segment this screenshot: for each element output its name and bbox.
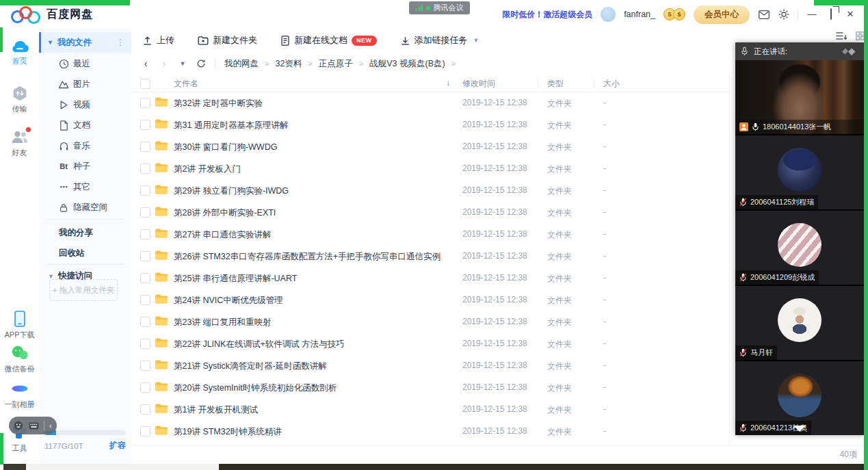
rail-item-首页[interactable]: 首页 <box>0 37 39 66</box>
expand-storage-link[interactable]: 扩容 <box>109 440 126 452</box>
vip-center-button[interactable]: 会员中心 <box>694 5 750 24</box>
scroll-more-indicator[interactable] <box>793 426 806 432</box>
table-row[interactable]: 第23讲 端口复用和重映射2019-12-15 12:38文件夹- <box>131 311 729 332</box>
table-row[interactable]: 第25讲 串行通信原理讲解-UART2019-12-15 12:38文件夹- <box>131 267 729 289</box>
row-checkbox[interactable] <box>140 251 150 261</box>
restore-button[interactable] <box>826 9 837 20</box>
file-name[interactable]: 第19讲 STM32时钟系统精讲 <box>174 426 282 438</box>
participant-tile[interactable]: 18060144013张一帆 <box>735 60 864 134</box>
file-name[interactable]: 第31 通用定时器基本原理讲解 <box>174 120 288 131</box>
drop-folder-hint[interactable]: + 拖入常用文件夹 <box>49 279 118 301</box>
sidebar-item-种子[interactable]: Bt种子 <box>39 156 131 177</box>
history-dropdown-icon[interactable]: ▼ <box>178 60 187 67</box>
meeting-header[interactable]: 正在讲话: <box>735 42 864 60</box>
sidebar-item-其它[interactable]: ⋯其它 <box>39 177 131 197</box>
chevron-down-icon[interactable]: ▼ <box>47 39 53 46</box>
row-checkbox[interactable] <box>140 229 150 239</box>
table-row[interactable]: 第30讲 窗口看门狗-WWDG2019-12-15 12:38文件夹- <box>131 135 729 157</box>
file-name[interactable]: 第25讲 串行通信原理讲解-UART <box>174 273 297 285</box>
more-options-icon[interactable]: ⋮ <box>116 38 124 47</box>
column-header-size[interactable]: 大小 <box>603 78 620 90</box>
file-name[interactable]: 第21讲 Systick滴答定时器-延时函数讲解 <box>174 361 327 372</box>
input-method-floating-bar[interactable]: ‹ <box>9 417 57 434</box>
file-name[interactable]: 第29讲 独立看门狗实验-IWDG <box>174 185 289 197</box>
participant-tile[interactable]: 马月轩 <box>735 286 864 360</box>
file-name[interactable]: 第1讲 开发板开机测试 <box>174 404 258 416</box>
table-row[interactable]: 第26讲 STM32串口寄存器库函数配置方法+手把手教你写串口通信实例2019-… <box>131 245 729 267</box>
sidebar-item-文档[interactable]: 文档 <box>39 115 131 135</box>
row-checkbox[interactable] <box>140 426 150 436</box>
column-header-type[interactable]: 类型 <box>547 78 564 90</box>
add-link-task-button[interactable]: 添加链接任务 ▼ <box>400 34 479 47</box>
sidebar-item-recycle-bin[interactable]: 回收站 <box>59 248 85 259</box>
row-checkbox[interactable] <box>140 273 150 283</box>
collapse-left-icon[interactable]: ‹ <box>49 421 52 430</box>
participant-tile[interactable]: 2006041209彭锐成 <box>735 211 864 285</box>
keyboard-icon[interactable] <box>29 422 39 430</box>
sidebar-item-音乐[interactable]: 音乐 <box>39 135 131 156</box>
forward-button[interactable]: › <box>159 58 169 69</box>
file-name[interactable]: 第32讲 定时器中断实验 <box>174 98 263 109</box>
breadcrumb-item[interactable]: 正点原子 <box>319 58 353 70</box>
column-header-name[interactable]: 文件名 <box>174 78 198 90</box>
file-name[interactable]: 第24讲 NVIC中断优先级管理 <box>174 295 283 306</box>
table-row[interactable]: 第24讲 NVIC中断优先级管理2019-12-15 12:38文件夹- <box>131 289 729 311</box>
sidebar-item-my-files[interactable]: ▼ 我的文件 ⋮ <box>39 32 131 53</box>
new-online-doc-button[interactable]: 新建在线文档 NEW <box>280 34 377 47</box>
breadcrumb-item[interactable]: 32资料 <box>275 58 302 70</box>
row-checkbox[interactable] <box>140 120 150 130</box>
row-checkbox[interactable] <box>140 382 150 393</box>
emoji-icon[interactable] <box>14 421 23 430</box>
settings-gear-icon[interactable] <box>778 9 789 21</box>
row-checkbox[interactable] <box>140 404 150 415</box>
rail-item-好友[interactable]: 好友 <box>0 129 39 158</box>
rail-item-一刻相册[interactable]: 一刻相册 <box>0 380 39 410</box>
sidebar-item-最近[interactable]: 最近 <box>39 53 131 74</box>
table-row[interactable]: 第19讲 STM32时钟系统精讲2019-12-15 12:38文件夹- <box>131 420 729 442</box>
row-checkbox[interactable] <box>140 207 150 218</box>
row-checkbox[interactable] <box>140 164 150 174</box>
table-row[interactable]: 第31 通用定时器基本原理讲解2019-12-15 12:38文件夹- <box>131 114 729 135</box>
user-avatar[interactable] <box>601 7 616 22</box>
sidebar-item-隐藏空间[interactable]: 隐藏空间 <box>39 197 131 218</box>
select-all-checkbox[interactable] <box>140 79 150 89</box>
column-header-time[interactable]: 修改时间 <box>462 78 495 90</box>
file-name[interactable]: 第27讲 串口通信实验讲解 <box>174 229 271 241</box>
storage-progressbar[interactable] <box>44 430 126 435</box>
table-row[interactable]: 第20讲 SystemInit时钟系统初始化函数剖析2019-12-15 12:… <box>131 376 729 398</box>
file-name[interactable]: 第26讲 STM32串口寄存器库函数配置方法+手把手教你写串口通信实例 <box>174 251 440 263</box>
table-row[interactable]: 第28讲 外部中断实验-EXTI2019-12-15 12:38文件夹- <box>131 201 729 223</box>
row-checkbox[interactable] <box>140 361 150 371</box>
row-checkbox[interactable] <box>140 317 150 327</box>
file-name[interactable]: 第22讲 JLINK在线调试+软件调试 方法与技巧 <box>174 339 345 350</box>
user-name[interactable]: fanfran_ <box>624 10 655 19</box>
breadcrumb-item[interactable]: 战舰V3 视频盘(B盘) <box>369 58 445 70</box>
list-view-icon[interactable] <box>836 31 847 40</box>
file-name[interactable]: 第23讲 端口复用和重映射 <box>174 317 271 328</box>
file-name[interactable]: 第28讲 外部中断实验-EXTI <box>174 207 276 219</box>
minimize-button[interactable]: — <box>806 9 817 20</box>
sidebar-item-my-share[interactable]: 我的分享 <box>59 227 93 239</box>
new-folder-button[interactable]: 新建文件夹 <box>198 34 257 47</box>
table-row[interactable]: 第29讲 独立看门狗实验-IWDG2019-12-15 12:38文件夹- <box>131 179 729 201</box>
close-button[interactable]: ✕ <box>845 9 856 20</box>
sort-desc-icon[interactable]: ↓ <box>446 78 450 88</box>
tencent-meeting-pill[interactable]: 腾讯会议 <box>409 1 470 14</box>
row-checkbox[interactable] <box>140 142 150 152</box>
upload-button[interactable]: 上传 <box>142 34 174 47</box>
row-checkbox[interactable] <box>140 98 150 108</box>
table-row[interactable]: 第22讲 JLINK在线调试+软件调试 方法与技巧2019-12-15 12:3… <box>131 332 729 354</box>
refresh-icon[interactable] <box>196 59 206 68</box>
table-row[interactable]: 第27讲 串口通信实验讲解2019-12-15 12:38文件夹- <box>131 223 729 245</box>
rail-item-微信备份[interactable]: 微信备份 <box>0 345 39 374</box>
table-row[interactable]: 第2讲 开发板入门2019-12-15 12:38文件夹- <box>131 157 729 179</box>
table-row[interactable]: 第1讲 开发板开机测试2019-12-15 12:38文件夹- <box>131 398 729 420</box>
rail-item-APP下载[interactable]: APP下载 <box>0 311 39 340</box>
table-row[interactable]: 第21讲 Systick滴答定时器-延时函数讲解2019-12-15 12:38… <box>131 354 729 376</box>
table-row[interactable]: 第32讲 定时器中断实验2019-12-15 12:38文件夹- <box>131 92 729 114</box>
row-checkbox[interactable] <box>140 339 150 349</box>
file-name[interactable]: 第2讲 开发板入门 <box>174 164 241 175</box>
row-checkbox[interactable] <box>140 185 150 196</box>
participant-tile[interactable]: 2006041125刘程瑞 <box>735 135 864 209</box>
file-name[interactable]: 第30讲 窗口看门狗-WWDG <box>174 142 277 153</box>
